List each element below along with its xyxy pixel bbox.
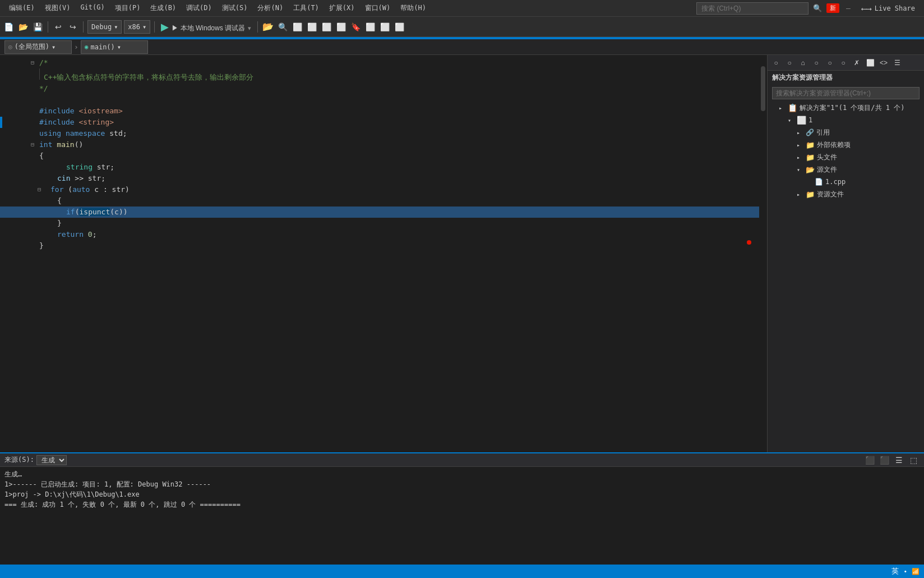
output-find-btn[interactable]: ☰: [893, 454, 905, 466]
headers-expand[interactable]: ▸: [797, 154, 806, 160]
se-btn-2[interactable]: ○: [783, 57, 796, 69]
search-toolbar-btn[interactable]: 🔍: [276, 21, 289, 33]
output-toolbar: 来源(S): 生成 ⬛ ⬛ ☰ ⬚: [0, 453, 924, 467]
project-root[interactable]: ▾ ⬜ 1: [770, 114, 924, 126]
tree-item-sources[interactable]: ▾ 📂 源文件: [770, 163, 924, 176]
fold-icon-1[interactable]: ⊟: [28, 57, 37, 68]
solution-expand[interactable]: ▸: [779, 105, 788, 111]
editor-scrollbar[interactable]: [759, 55, 767, 452]
fold-icon-main[interactable]: ⊟: [28, 139, 37, 150]
se-btn-9[interactable]: <>: [877, 57, 890, 69]
solution-explorer: ○ ○ ⌂ ○ ○ ○ ✗ ⬜ <> ☰ 解决方案资源管理器 ▸ 📋 解决方案"…: [767, 55, 924, 452]
new-file-btn[interactable]: 📄: [2, 21, 15, 33]
se-btn-7[interactable]: ✗: [851, 57, 863, 69]
tree-item-external[interactable]: ▸ 📁 外部依赖项: [770, 139, 924, 151]
menu-view[interactable]: 视图(V): [40, 1, 75, 15]
output-clear-btn[interactable]: ⬛: [863, 454, 876, 466]
solution-tree: ▸ 📋 解决方案"1"(1 个项目/共 1 个) ▾ ⬜ 1 ▸ 🔗 引用: [768, 102, 924, 200]
menu-extensions[interactable]: 扩展(X): [325, 1, 359, 15]
status-right: 英 • 📶: [891, 566, 920, 576]
tree-item-headers[interactable]: ▸ 📁 头文件: [770, 151, 924, 163]
sources-expand[interactable]: ▾: [797, 167, 806, 173]
code-line-2: C++输入包含标点符号的字符串，将标点符号去除，输出剩余部分: [0, 68, 759, 83]
code-line-10: string str;: [0, 162, 759, 173]
toolbar-btn-9[interactable]: ⬜: [364, 21, 376, 33]
redo-btn[interactable]: ↪: [67, 21, 79, 33]
live-share-button[interactable]: ⟵⟶ Live Share: [857, 2, 920, 15]
se-search-input[interactable]: [772, 87, 920, 99]
menu-edit[interactable]: 编辑(E): [4, 1, 39, 15]
code-line-8: ⊟ int main(): [0, 139, 759, 150]
bookmark-btn[interactable]: 🔖: [349, 21, 362, 33]
open-btn[interactable]: 📂: [17, 21, 29, 33]
platform-dropdown[interactable]: x86 ▾: [124, 20, 150, 34]
toolbar-btn-10[interactable]: ⬜: [378, 21, 391, 33]
global-search-input[interactable]: [696, 2, 808, 15]
toolbar-btn-11[interactable]: ⬜: [393, 21, 405, 33]
toolbar-btn-5[interactable]: ⬜: [291, 21, 303, 33]
menu-help[interactable]: 帮助(H): [396, 1, 431, 15]
se-btn-8[interactable]: ⬜: [864, 57, 876, 69]
ext-expand[interactable]: ▸: [797, 142, 806, 148]
separator-2: [83, 21, 84, 33]
notification-badge: 新: [826, 3, 839, 13]
status-input-method: 英: [891, 566, 899, 576]
output-panel: 来源(S): 生成 ⬛ ⬛ ☰ ⬚ 生成… 1>------ 已启动生成: 项目…: [0, 452, 924, 565]
code-line-1: ⊟ /*: [0, 57, 759, 68]
se-btn-10[interactable]: ☰: [891, 57, 903, 69]
resources-label: 资源文件: [817, 190, 844, 199]
tree-item-file-cpp[interactable]: 📄 1.cpp: [770, 176, 924, 188]
run-button[interactable]: ▶ ▶ 本地 Windows 调试器 ▾: [159, 21, 253, 33]
menu-test[interactable]: 测试(S): [218, 1, 252, 15]
menu-build[interactable]: 生成(B): [146, 1, 181, 15]
output-wrap-btn[interactable]: ⬛: [878, 454, 890, 466]
tree-item-ref[interactable]: ▸ 🔗 引用: [770, 126, 924, 139]
output-split-btn[interactable]: ⬚: [907, 454, 920, 466]
se-btn-5[interactable]: ○: [824, 57, 836, 69]
open-folder-btn[interactable]: 📂: [262, 21, 274, 33]
resources-icon: 📁: [806, 190, 815, 199]
nav-scope-arrow: ▾: [52, 43, 56, 51]
config-dropdown[interactable]: Debug ▾: [87, 20, 122, 34]
code-editor[interactable]: ⊟ /* C++输入包含标点符号的字符串，将标点符号去除，输出剩余部分 */ #…: [0, 55, 759, 452]
code-line-3: */: [0, 83, 759, 94]
output-source-dropdown[interactable]: 生成: [36, 455, 67, 465]
menu-tools[interactable]: 工具(T): [289, 1, 324, 15]
sources-icon: 📂: [806, 166, 815, 174]
nav-scope-dropdown[interactable]: ◎ (全局范围) ▾: [4, 40, 72, 54]
resources-expand[interactable]: ▸: [797, 191, 806, 198]
toolbar-btn-7[interactable]: ⬜: [320, 21, 332, 33]
fold-icon-for[interactable]: ⊟: [28, 184, 39, 195]
se-btn-3[interactable]: ⌂: [797, 57, 809, 69]
menu-debug[interactable]: 调试(D): [182, 1, 216, 15]
cpp-file-icon: 📄: [815, 178, 823, 186]
toolbar-btn-6[interactable]: ⬜: [306, 21, 318, 33]
title-bar-right: 🔍 新 — ⟵⟶ Live Share: [696, 2, 920, 15]
cpp-file-label: 1.cpp: [825, 178, 846, 186]
toolbar-btn-8[interactable]: ⬜: [335, 21, 347, 33]
tree-item-resources[interactable]: ▸ 📁 资源文件: [770, 188, 924, 200]
menu-window[interactable]: 窗口(W): [361, 1, 395, 15]
output-line-4: === 生成: 成功 1 个, 失败 0 个, 最新 0 个, 跳过 0 个 =…: [4, 499, 920, 510]
solution-root[interactable]: ▸ 📋 解决方案"1"(1 个项目/共 1 个): [770, 102, 924, 114]
nav-func-dropdown[interactable]: ◉ main() ▾: [81, 40, 148, 54]
code-line-6: #include <string>: [0, 117, 759, 128]
menu-project[interactable]: 项目(P): [110, 1, 145, 15]
save-btn[interactable]: 💾: [31, 21, 44, 33]
output-content[interactable]: 生成… 1>------ 已启动生成: 项目: 1, 配置: Debug Win…: [0, 467, 924, 565]
project-expand[interactable]: ▾: [788, 117, 797, 123]
output-source-label: 来源(S):: [4, 455, 34, 465]
se-btn-4[interactable]: ○: [810, 57, 823, 69]
scrollbar-thumb[interactable]: [761, 66, 765, 111]
search-icon: 🔍: [813, 4, 822, 12]
se-btn-6[interactable]: ○: [837, 57, 849, 69]
code-line-16: return 0;: [0, 229, 759, 240]
menu-analyze[interactable]: 分析(N): [253, 1, 288, 15]
platform-label: x86: [128, 23, 140, 31]
config-arrow: ▾: [114, 23, 118, 31]
ref-expand[interactable]: ▸: [797, 130, 806, 136]
se-search-container: [768, 85, 924, 102]
undo-btn[interactable]: ↩: [52, 21, 64, 33]
se-btn-1[interactable]: ○: [770, 57, 782, 69]
menu-git[interactable]: Git(G): [76, 1, 109, 15]
